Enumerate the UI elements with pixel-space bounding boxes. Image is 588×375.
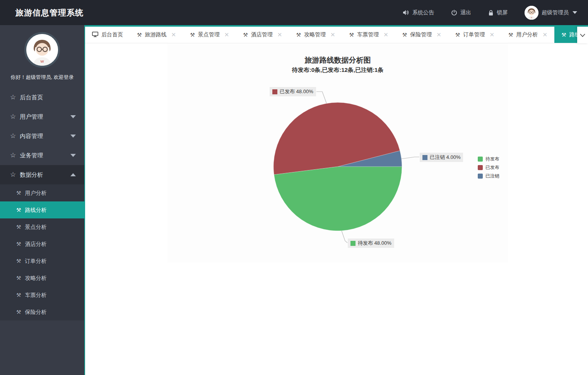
tab-label: 攻略管理 [304,31,326,38]
pie-label-cancelled-text: 已注销 4.00% [430,154,460,161]
tabs-dropdown-button[interactable] [577,27,588,43]
close-icon[interactable]: ✕ [171,31,176,38]
tab-6[interactable]: ⚒保险管理✕ [395,27,448,43]
tab-label: 旅游路线 [145,31,167,38]
sidebar-subitem-2[interactable]: ⚒景点分析 [0,218,84,235]
tab-label: 酒店管理 [251,31,273,38]
star-icon: ☆ [10,107,16,126]
tools-icon: ⚒ [190,32,195,38]
pie-label-pending[interactable]: 待发布 48.00% [348,239,394,248]
pie-label-published[interactable]: 已发布 48.00% [270,87,316,96]
sidebar-item-2[interactable]: ☆内容管理 [0,126,84,146]
close-icon[interactable]: ✕ [489,31,494,38]
legend-label: 待发布 [485,156,499,162]
tab-1[interactable]: ⚒旅游路线✕ [130,27,183,43]
svg-text:W: W [40,59,44,63]
sidebar-item-1[interactable]: ☆用户管理 [0,107,84,126]
sidebar-subitem-label: 景点分析 [25,218,47,235]
tools-icon: ⚒ [16,218,21,235]
sidebar-item-3[interactable]: ☆业务管理 [0,146,84,165]
sidebar-subitem-label: 订单分析 [25,252,47,269]
user-avatar: W [525,6,538,20]
tools-icon: ⚒ [16,269,21,286]
monitor-icon [92,32,98,38]
chevron-down-icon [70,154,76,157]
user-menu[interactable]: W 超级管理员 [525,6,577,20]
tools-icon: ⚒ [455,32,460,38]
tools-icon: ⚒ [16,303,21,320]
swatch-cancelled [422,155,427,160]
tools-icon: ⚒ [243,32,248,38]
sidebar-nav: ☆后台首页☆用户管理☆内容管理☆业务管理☆数据分析⚒用户分析⚒路线分析⚒景点分析… [0,88,84,320]
leader-line-cancelled [401,157,419,159]
tab-label: 后台首页 [101,31,123,38]
swatch-published [272,89,277,94]
sidebar-submenu: ⚒用户分析⚒路线分析⚒景点分析⚒酒店分析⚒订单分析⚒攻略分析⚒车票分析⚒保险分析 [0,184,84,320]
app-header: 旅游信息管理系统 系统公告 退出 锁屏 W 超级管理员 [0,0,588,25]
sidebar-subitem-label: 保险分析 [25,303,47,320]
tab-8[interactable]: ⚒用户分析✕ [501,27,554,43]
logout-label: 退出 [460,9,471,16]
tab-label: 保险管理 [410,31,432,38]
sidebar-subitem-6[interactable]: ⚒车票分析 [0,286,84,303]
lock-screen-label: 锁屏 [497,9,508,16]
logout-button[interactable]: 退出 [451,9,471,16]
tools-icon: ⚒ [561,32,566,38]
legend-item-0[interactable]: 待发布 [478,156,499,162]
chart-legend: 待发布已发布已注销 [478,156,499,179]
tools-icon: ⚒ [16,184,21,201]
close-icon[interactable]: ✕ [436,31,441,38]
sidebar-item-4[interactable]: ☆数据分析 [0,165,84,184]
tools-icon: ⚒ [508,32,513,38]
close-icon[interactable]: ✕ [224,31,229,38]
tab-7[interactable]: ⚒订单管理✕ [448,27,501,43]
sidebar-subitem-7[interactable]: ⚒保险分析 [0,303,84,320]
pie-label-cancelled[interactable]: 已注销 4.00% [420,153,463,162]
sidebar-greeting: 你好！超级管理员, 欢迎登录 [0,74,84,81]
close-icon[interactable]: ✕ [383,31,388,38]
sidebar-subitem-label: 车票分析 [25,286,47,303]
star-icon: ☆ [10,146,16,165]
tools-icon: ⚒ [16,252,21,269]
leader-line-pending [342,231,347,243]
chevron-up-icon [70,173,76,176]
legend-item-2[interactable]: 已注销 [478,173,499,179]
sidebar-subitem-label: 路线分析 [25,201,47,218]
header-actions: 系统公告 退出 锁屏 W 超级管理员 [403,0,577,25]
sidebar-subitem-1[interactable]: ⚒路线分析 [0,201,84,218]
sidebar-subitem-0[interactable]: ⚒用户分析 [0,184,84,201]
close-icon[interactable]: ✕ [543,31,548,38]
sidebar-subitem-label: 酒店分析 [25,235,47,252]
star-icon: ☆ [10,126,16,146]
tools-icon: ⚒ [16,201,21,218]
legend-swatch [478,157,483,162]
legend-item-1[interactable]: 已发布 [478,164,499,171]
swatch-pending [350,241,356,246]
sidebar-avatar: W [24,32,60,68]
app-title: 旅游信息管理系统 [15,7,84,18]
sidebar-subitem-4[interactable]: ⚒订单分析 [0,252,84,269]
pie-label-pending-text: 待发布 48.00% [358,240,391,247]
sidebar-item-label: 数据分析 [20,165,43,184]
star-icon: ☆ [10,88,16,107]
chevron-down-icon [580,32,585,39]
pie-slice-待发布[interactable] [274,167,402,231]
tab-2[interactable]: ⚒景点管理✕ [183,27,236,43]
close-icon[interactable]: ✕ [277,31,282,38]
tools-icon: ⚒ [402,32,407,38]
sidebar-subitem-5[interactable]: ⚒攻略分析 [0,269,84,286]
username-label: 超级管理员 [542,9,569,16]
leader-line-published [316,92,326,103]
sidebar-subitem-3[interactable]: ⚒酒店分析 [0,235,84,252]
tab-3[interactable]: ⚒酒店管理✕ [236,27,289,43]
tab-4[interactable]: ⚒攻略管理✕ [289,27,342,43]
star-icon: ☆ [10,165,16,184]
tab-5[interactable]: ⚒车票管理✕ [342,27,395,43]
legend-label: 已发布 [485,164,499,171]
sidebar-item-0[interactable]: ☆后台首页 [0,88,84,107]
legend-label: 已注销 [485,173,499,179]
announcements-button[interactable]: 系统公告 [403,9,434,16]
close-icon[interactable]: ✕ [330,31,335,38]
tab-0[interactable]: 后台首页 [85,27,130,43]
lock-screen-button[interactable]: 锁屏 [488,9,508,16]
